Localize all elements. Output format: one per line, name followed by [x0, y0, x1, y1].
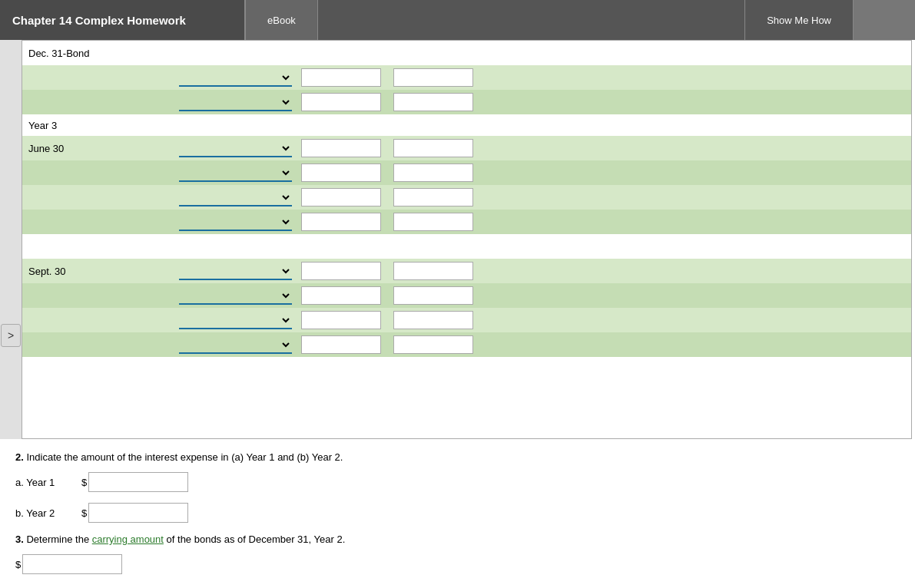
row-input-cell2[interactable] [387, 211, 479, 233]
nav-arrow-button[interactable]: > [1, 324, 21, 347]
table-row [22, 90, 911, 114]
row-input-cell2[interactable] [387, 187, 479, 208]
row-input-cell[interactable] [295, 91, 387, 113]
row-input-cell2[interactable] [387, 285, 479, 306]
amount-input2[interactable] [393, 188, 473, 206]
dropdown-select[interactable] [179, 286, 292, 305]
amount-input[interactable] [301, 286, 381, 305]
amount-input[interactable] [301, 93, 381, 111]
year1-input[interactable] [88, 472, 188, 492]
amount-input[interactable] [301, 335, 381, 354]
table-row: June 30 [22, 136, 911, 160]
row-label [22, 194, 176, 200]
row-dropdown-cell[interactable] [176, 162, 295, 183]
table-row [22, 308, 911, 332]
below-section: 2. Indicate the amount of the interest e… [0, 439, 915, 586]
row-dropdown-cell[interactable] [176, 309, 295, 331]
homework-table: Dec. 31-Bond [22, 40, 912, 439]
dropdown-select[interactable] [179, 262, 292, 280]
row-dropdown-cell[interactable] [176, 334, 295, 355]
dropdown-select[interactable] [179, 213, 292, 231]
left-nav: > [0, 40, 22, 439]
arrow-icon: > [8, 329, 14, 342]
row-input-cell [295, 51, 387, 55]
section2-text: Indicate the amount of the interest expe… [26, 451, 343, 463]
table-row [22, 185, 911, 210]
section3-number: 3. [15, 533, 24, 545]
carrying-amount-input[interactable] [22, 554, 122, 574]
row-label: Sept. 30 [22, 263, 176, 280]
row-dropdown-cell[interactable] [176, 211, 295, 233]
year1-dollar-sign: $ [81, 477, 87, 488]
show-me-how-button[interactable]: Show Me How [744, 0, 854, 40]
title-text: Chapter 14 Complex Homework [12, 14, 186, 27]
row-input-cell2[interactable] [387, 162, 479, 183]
amount-input[interactable] [301, 311, 381, 329]
row-input-cell[interactable] [295, 211, 387, 233]
header-spacer [318, 0, 744, 40]
carrying-amount-link: carrying amount [92, 533, 164, 545]
section3-dollar-sign: $ [15, 559, 21, 570]
table-row [22, 160, 911, 185]
row-label [22, 317, 176, 323]
amount-input[interactable] [301, 262, 381, 280]
amount-input[interactable] [301, 139, 381, 157]
row-dropdown-cell[interactable] [176, 260, 295, 282]
ebook-button[interactable]: eBook [246, 0, 318, 40]
dropdown-select[interactable] [179, 188, 292, 206]
dropdown-select[interactable] [179, 139, 292, 157]
dropdown-select[interactable] [179, 311, 292, 329]
amount-input2[interactable] [393, 213, 473, 231]
row-input-cell[interactable] [295, 162, 387, 183]
row-input-cell2[interactable] [387, 67, 479, 88]
row-dropdown-cell[interactable] [176, 285, 295, 306]
amount-input2[interactable] [393, 335, 473, 354]
row-dropdown-cell[interactable] [176, 67, 295, 88]
row-input-cell2[interactable] [387, 91, 479, 113]
row-input-cell[interactable] [295, 137, 387, 159]
row-input-cell2[interactable] [387, 334, 479, 355]
amount-input2[interactable] [393, 93, 473, 111]
row-input-cell[interactable] [295, 309, 387, 331]
row-input-cell[interactable] [295, 334, 387, 355]
amount-input[interactable] [301, 188, 381, 206]
year-label: Year 3 [22, 115, 176, 136]
row-label: June 30 [22, 140, 176, 157]
row-label: Dec. 31-Bond [22, 45, 176, 62]
row-input-cell[interactable] [295, 260, 387, 282]
dropdown-select[interactable] [179, 68, 292, 87]
dropdown-select[interactable] [179, 93, 292, 111]
dropdown-select[interactable] [179, 335, 292, 354]
main-container: > Dec. 31-Bond [0, 40, 915, 439]
row-input-cell[interactable] [295, 187, 387, 208]
year1-field: a. Year 1 $ [15, 472, 900, 492]
amount-input2[interactable] [393, 139, 473, 157]
row-dropdown-cell[interactable] [176, 187, 295, 208]
row-input-cell[interactable] [295, 285, 387, 306]
row-label [22, 99, 176, 105]
amount-input2[interactable] [393, 286, 473, 305]
amount-input2[interactable] [393, 311, 473, 329]
row-input-cell2[interactable] [387, 260, 479, 282]
dropdown-select[interactable] [179, 164, 292, 182]
year1-dollar-wrap: $ [81, 472, 188, 492]
amount-input2[interactable] [393, 164, 473, 182]
table-row [22, 65, 911, 90]
row-label [22, 219, 176, 225]
amount-input2[interactable] [393, 262, 473, 280]
amount-input2[interactable] [393, 68, 473, 87]
year2-field: b. Year 2 $ [15, 503, 900, 523]
app-header: Chapter 14 Complex Homework eBook Show M… [0, 0, 915, 40]
row-input-cell2[interactable] [387, 137, 479, 159]
year2-input[interactable] [88, 503, 188, 523]
table-row: Dec. 31-Bond [22, 41, 911, 65]
table-row [22, 283, 911, 308]
row-dropdown-cell[interactable] [176, 91, 295, 113]
row-label [22, 74, 176, 81]
amount-input[interactable] [301, 68, 381, 87]
amount-input[interactable] [301, 213, 381, 231]
row-dropdown-cell[interactable] [176, 137, 295, 159]
row-input-cell2[interactable] [387, 309, 479, 331]
amount-input[interactable] [301, 164, 381, 182]
row-input-cell[interactable] [295, 67, 387, 88]
